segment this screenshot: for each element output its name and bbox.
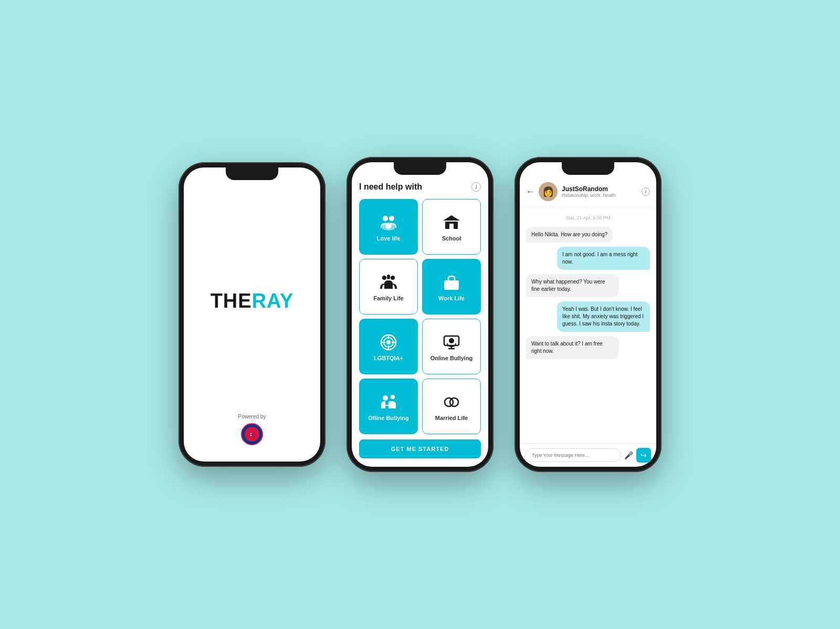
grid-item-lgbtq[interactable]: LGBTQIA+ xyxy=(359,319,418,374)
nepal-emblem-icon: 🇳🇵 xyxy=(240,423,264,446)
grid-item-school[interactable]: School xyxy=(422,199,481,255)
grid-item-family-life[interactable]: Family Life xyxy=(359,259,418,314)
logo-the: THE xyxy=(211,290,252,312)
online-bullying-icon xyxy=(442,333,461,352)
work-life-icon xyxy=(442,273,461,292)
svg-point-4 xyxy=(389,216,394,221)
svg-point-11 xyxy=(387,275,390,278)
svg-rect-13 xyxy=(444,280,459,284)
phones-container: THERAY Powered by 🇳🇵 xyxy=(178,157,662,472)
phone2-header: I need help with i xyxy=(359,182,481,192)
phone-1: THERAY Powered by 🇳🇵 xyxy=(178,162,326,467)
work-life-label: Work Life xyxy=(438,295,465,301)
message-3: Why what happened? You were fine earlier… xyxy=(526,274,619,297)
chat-subtitle: Relationship, work, health xyxy=(562,193,637,198)
phone-3-screen: ← 👩 JustSoRandom Relationship, work, hea… xyxy=(520,162,656,467)
chat-input-area: 🎤 ↪ xyxy=(520,443,656,467)
chat-username: JustSoRandom xyxy=(562,185,637,193)
svg-point-9 xyxy=(391,276,395,280)
message-1: Hello Nikita. How are you doing? xyxy=(526,227,613,243)
svg-point-30 xyxy=(450,398,458,406)
grid-item-online-bullying[interactable]: Online Bullying xyxy=(422,319,481,374)
love-life-icon xyxy=(379,213,398,232)
svg-point-3 xyxy=(383,216,388,221)
chat-messages: Sun, 21 Apr, 9:06 PM Hello Nikita. How a… xyxy=(520,207,656,443)
chat-info-icon[interactable]: i xyxy=(642,187,650,196)
phone-2-screen: I need help with i Love life xyxy=(352,162,488,467)
svg-point-26 xyxy=(383,395,388,401)
lgbtq-icon xyxy=(379,333,398,352)
back-button[interactable]: ← xyxy=(526,187,534,196)
offline-bullying-icon xyxy=(379,393,398,412)
notch-1 xyxy=(226,167,278,180)
phone-2: I need help with i Love life xyxy=(346,157,494,472)
lgbtq-label: LGBTQIA+ xyxy=(374,355,403,361)
love-life-label: Love life xyxy=(377,235,401,242)
svg-rect-14 xyxy=(450,284,453,286)
online-bullying-label: Online Bullying xyxy=(430,355,473,361)
send-button[interactable]: ↪ xyxy=(636,448,651,463)
svg-rect-7 xyxy=(449,224,454,229)
logo-ray: RAY xyxy=(252,290,294,312)
notch-3 xyxy=(562,162,614,175)
notch-2 xyxy=(394,162,446,175)
info-icon[interactable]: i xyxy=(471,182,481,192)
svg-point-27 xyxy=(391,395,395,399)
grid-item-married-life[interactable]: Married Life xyxy=(422,379,481,434)
get-started-button[interactable]: GET ME STARTED xyxy=(359,439,481,458)
school-label: School xyxy=(442,235,461,242)
mic-button[interactable]: 🎤 xyxy=(624,451,633,459)
category-grid: Love life School xyxy=(359,199,481,434)
svg-point-8 xyxy=(382,276,386,280)
offline-bullying-label: Ofline Bullying xyxy=(368,415,409,421)
phone3-content: ← 👩 JustSoRandom Relationship, work, hea… xyxy=(520,162,656,467)
powered-by-section: Powered by 🇳🇵 xyxy=(238,414,266,446)
message-2: I am not good. I am a mess right now. xyxy=(557,247,650,270)
phone-1-screen: THERAY Powered by 🇳🇵 xyxy=(184,167,320,462)
powered-by-label: Powered by xyxy=(238,414,266,420)
svg-text:🇳🇵: 🇳🇵 xyxy=(248,430,257,439)
chat-user-info: JustSoRandom Relationship, work, health xyxy=(562,185,637,198)
app-logo: THERAY xyxy=(211,290,294,312)
phone-3: ← 👩 JustSoRandom Relationship, work, hea… xyxy=(514,157,662,472)
family-life-icon xyxy=(379,273,398,292)
grid-item-work-life[interactable]: Work Life xyxy=(422,259,481,314)
married-life-label: Married Life xyxy=(435,415,468,421)
grid-item-offline-bullying[interactable]: Ofline Bullying xyxy=(359,379,418,434)
message-5: Want to talk about it? I am free right n… xyxy=(526,336,619,359)
date-label: Sun, 21 Apr, 9:06 PM xyxy=(526,215,650,221)
logo-area: THERAY xyxy=(211,188,294,414)
message-4: Yeah I was. But I don't know. I feel lik… xyxy=(557,301,650,332)
married-life-icon xyxy=(442,393,461,412)
svg-marker-6 xyxy=(443,215,460,221)
school-icon xyxy=(442,213,461,232)
phone1-content: THERAY Powered by 🇳🇵 xyxy=(184,167,320,462)
family-life-label: Family Life xyxy=(373,295,403,301)
chat-input[interactable] xyxy=(525,448,621,462)
chat-avatar: 👩 xyxy=(539,182,558,201)
phone2-content: I need help with i Love life xyxy=(352,162,488,467)
svg-point-17 xyxy=(386,340,391,344)
svg-point-23 xyxy=(449,338,454,343)
phone2-title: I need help with xyxy=(359,182,422,192)
grid-item-love-life[interactable]: Love life xyxy=(359,199,418,255)
